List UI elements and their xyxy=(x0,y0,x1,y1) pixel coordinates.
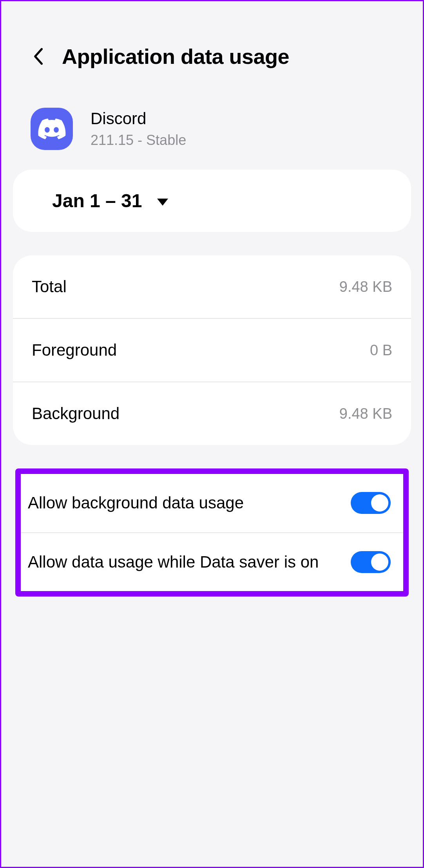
app-info-section: Discord 211.15 - Stable xyxy=(1,92,423,170)
toggle-switch-background-data[interactable] xyxy=(351,492,391,514)
stat-label: Background xyxy=(32,404,120,423)
page-title: Application data usage xyxy=(62,44,289,69)
stat-row-foreground: Foreground 0 B xyxy=(13,318,411,382)
date-range-label: Jan 1 – 31 xyxy=(52,190,142,212)
toggle-switch-data-saver[interactable] xyxy=(351,551,391,573)
chevron-left-icon xyxy=(33,47,43,65)
toggle-row-background-data[interactable]: Allow background data usage xyxy=(21,474,403,532)
toggle-label: Allow background data usage xyxy=(28,492,335,514)
app-version: 211.15 - Stable xyxy=(91,132,186,148)
app-name: Discord xyxy=(91,109,186,128)
toggle-row-data-saver[interactable]: Allow data usage while Data saver is on xyxy=(21,532,403,591)
stat-value: 9.48 KB xyxy=(339,405,392,422)
stat-label: Total xyxy=(32,277,67,296)
back-button[interactable] xyxy=(33,47,44,66)
toggles-card-highlighted: Allow background data usage Allow data u… xyxy=(15,468,409,597)
toggle-label: Allow data usage while Data saver is on xyxy=(28,551,335,573)
discord-logo-icon xyxy=(38,118,66,139)
discord-app-icon xyxy=(31,108,73,150)
stat-label: Foreground xyxy=(32,341,117,360)
stat-row-background: Background 9.48 KB xyxy=(13,382,411,445)
usage-stats-card: Total 9.48 KB Foreground 0 B Background … xyxy=(13,255,411,445)
stat-row-total: Total 9.48 KB xyxy=(13,255,411,318)
dropdown-arrow-icon xyxy=(157,199,168,206)
stat-value: 9.48 KB xyxy=(339,278,392,295)
stat-value: 0 B xyxy=(370,342,392,359)
date-range-selector[interactable]: Jan 1 – 31 xyxy=(13,170,411,232)
header: Application data usage xyxy=(1,1,423,92)
